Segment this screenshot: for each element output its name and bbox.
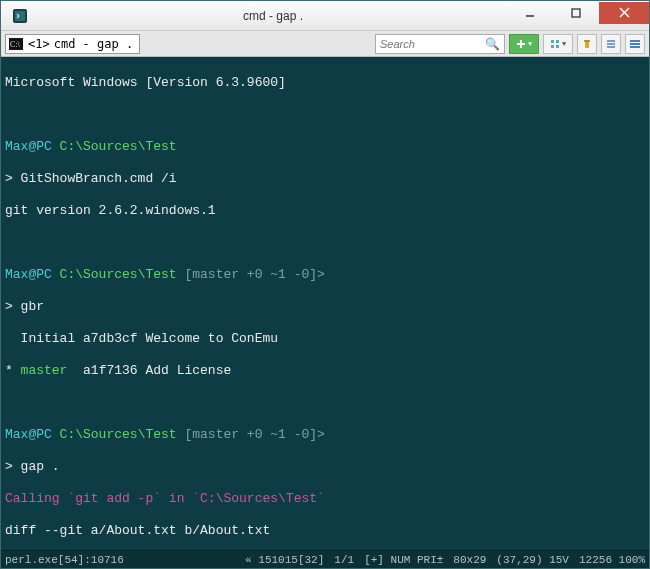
status-size: 80x29	[453, 554, 486, 566]
diff-line: diff --git a/About.txt b/About.txt	[5, 523, 645, 539]
status-line-count: 1/1	[334, 554, 354, 566]
svg-rect-10	[551, 40, 554, 43]
list-toggle-button[interactable]	[601, 34, 621, 54]
prompt-userhost: Max@PC	[5, 427, 52, 442]
chevron-down-icon: ▼	[528, 40, 532, 48]
maximize-button[interactable]	[553, 2, 599, 24]
menu-button[interactable]	[625, 34, 645, 54]
toolbar: C:\ <1> cmd - gap . 🔍 ▼ ▼	[1, 31, 649, 57]
titlebar: cmd - gap .	[1, 1, 649, 31]
terminal-line: Initial a7db3cf Welcome to ConEmu	[5, 331, 645, 347]
search-box[interactable]: 🔍	[375, 34, 505, 54]
tab-index: <1>	[28, 37, 50, 51]
svg-rect-1	[15, 11, 25, 21]
window-title: cmd - gap .	[39, 9, 507, 23]
status-mem: 12256 100%	[579, 554, 645, 566]
branch-commit: a1f7136 Add License	[67, 363, 231, 378]
new-console-button[interactable]: ▼	[509, 34, 539, 54]
terminal-line: > gbr	[5, 299, 645, 315]
status-cursor: (37,29) 15V	[496, 554, 569, 566]
app-icon	[9, 5, 31, 27]
tab-label: cmd - gap .	[54, 37, 133, 51]
svg-rect-3	[572, 9, 580, 17]
svg-rect-14	[585, 41, 589, 48]
search-input[interactable]	[380, 38, 485, 50]
pin-button[interactable]	[577, 34, 597, 54]
terminal-line: Microsoft Windows [Version 6.3.9600]	[5, 75, 645, 91]
svg-rect-15	[584, 40, 590, 42]
prompt-branch: [master +0 ~1 -0]>	[177, 427, 325, 442]
prompt-path: C:\Sources\Test	[52, 139, 177, 154]
minimize-button[interactable]	[507, 2, 553, 24]
close-button[interactable]	[599, 2, 649, 24]
svg-rect-13	[556, 45, 559, 48]
branch-current-marker: *	[5, 363, 21, 378]
tab-console[interactable]: C:\ <1> cmd - gap .	[5, 34, 140, 54]
chevron-down-icon: ▼	[562, 40, 566, 48]
prompt-branch: [master +0 ~1 -0]>	[177, 267, 325, 282]
status-datetime: « 151015[32]	[245, 554, 324, 566]
search-icon: 🔍	[485, 37, 500, 51]
svg-rect-12	[551, 45, 554, 48]
prompt-path: C:\Sources\Test	[52, 267, 177, 282]
prompt-path: C:\Sources\Test	[52, 427, 177, 442]
terminal-line: > GitShowBranch.cmd /i	[5, 171, 645, 187]
terminal-line: > gap .	[5, 459, 645, 475]
terminal-line: git version 2.6.2.windows.1	[5, 203, 645, 219]
terminal-line: Calling `git add -p` in `C:\Sources\Test…	[5, 491, 645, 507]
svg-text:C:\: C:\	[10, 40, 21, 49]
prompt-userhost: Max@PC	[5, 139, 52, 154]
status-bar: perl.exe[54]:10716 « 151015[32] 1/1 [+] …	[1, 550, 649, 568]
branch-name: master	[21, 363, 68, 378]
cmd-icon: C:\	[8, 36, 24, 52]
prompt-userhost: Max@PC	[5, 267, 52, 282]
status-process: perl.exe[54]:10716	[5, 554, 124, 566]
terminal-output[interactable]: Microsoft Windows [Version 6.3.9600] Max…	[1, 57, 649, 550]
status-flags: [+] NUM PRI±	[364, 554, 443, 566]
grid-dropdown-button[interactable]: ▼	[543, 34, 573, 54]
svg-rect-11	[556, 40, 559, 43]
